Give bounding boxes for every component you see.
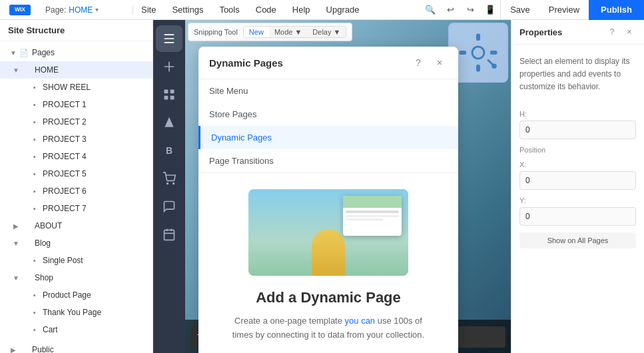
home-toggle[interactable]: ▼ <box>11 67 21 74</box>
properties-fields: H: 0 Position X: 0 Y: 0 Show <box>511 105 644 260</box>
project-4-label: PROJECT 4 <box>43 152 87 161</box>
dialog-container: Dynamic Pages ? × Site Menu Store Pages … <box>198 47 458 353</box>
prop-show-on-all-pages[interactable]: Show on All Pages <box>519 232 636 248</box>
redo-button[interactable]: ↪ <box>460 0 480 20</box>
tree-item-project-3[interactable]: ▪ PROJECT 3 <box>0 131 153 148</box>
show-on-all-pages-label: Show on All Pages <box>547 236 609 244</box>
sidebar-btn-blog[interactable]: B <box>156 137 182 164</box>
snipping-tabs: New Mode ▼ Delay ▼ <box>243 26 347 38</box>
wix-logo: WIX <box>0 4 40 16</box>
project-3-label: PROJECT 3 <box>43 135 87 144</box>
nav-site-menu[interactable]: Site Menu <box>198 79 458 103</box>
mobile-button[interactable]: 📱 <box>480 0 500 20</box>
tree-item-project-1[interactable]: ▪ PROJECT 1 <box>0 96 153 113</box>
properties-panel: Properties ? × Select an element to disp… <box>511 20 644 353</box>
prop-field-y: Y: 0 <box>519 196 636 226</box>
tree-item-project-2[interactable]: ▪ PROJECT 2 <box>0 113 153 131</box>
chevron-down-icon[interactable]: ▾ <box>95 6 99 13</box>
project-2-label: PROJECT 2 <box>43 117 87 127</box>
project-1-label: PROJECT 1 <box>43 100 87 109</box>
tree-item-cart[interactable]: ▪ Cart <box>0 321 153 338</box>
svg-rect-16 <box>476 34 480 41</box>
sidebar-btn-chat[interactable] <box>156 193 182 220</box>
snipping-tab-new[interactable]: New <box>244 27 269 37</box>
project-5-label: PROJECT 5 <box>43 169 87 178</box>
pages-toggle[interactable]: ▼ <box>8 49 19 57</box>
tree-item-show-reel[interactable]: ▪ SHOW REEL <box>0 79 153 96</box>
svg-rect-8 <box>170 96 174 100</box>
sidebar-btn-calendar[interactable] <box>156 221 182 248</box>
topbar: WIX Page: HOME ▾ Site Settings Tools Cod… <box>0 0 644 20</box>
topbar-nav: Site Settings Tools Code Help Upgrade <box>133 0 420 20</box>
tree-item-single-post[interactable]: ▪ Single Post <box>0 252 153 269</box>
undo-button[interactable]: ↩ <box>440 0 460 20</box>
h-value-text: 0 <box>525 125 530 135</box>
dialog-header-actions: ? × <box>410 55 448 71</box>
y-value[interactable]: 0 <box>519 207 636 226</box>
sidebar-btn-shop[interactable] <box>156 165 182 192</box>
svg-rect-2 <box>164 34 174 35</box>
tree-item-project-4[interactable]: ▪ PROJECT 4 <box>0 148 153 165</box>
nav-upgrade[interactable]: Upgrade <box>318 0 368 20</box>
product-page-label: Product Page <box>43 290 91 300</box>
description-link[interactable]: you can <box>345 316 376 326</box>
properties-close-button[interactable]: × <box>623 25 636 39</box>
nav-settings[interactable]: Settings <box>164 0 211 20</box>
single-post-label: Single Post <box>43 256 83 265</box>
nav-tools[interactable]: Tools <box>211 0 247 20</box>
canvas-area: m o r e f 🐦 P 📷 The creator of Firefox i… <box>185 20 511 353</box>
properties-help-button[interactable]: ? <box>605 25 619 39</box>
dialog-help-button[interactable]: ? <box>410 55 426 71</box>
preview-button[interactable]: Preview <box>539 0 589 20</box>
y-label: Y: <box>519 196 636 204</box>
nav-page-transitions[interactable]: Page Transitions <box>198 149 458 173</box>
h-label: H: <box>519 110 636 118</box>
page-label: Page: <box>45 5 66 15</box>
snipping-tab-delay[interactable]: Delay ▼ <box>307 27 346 37</box>
dialog-main-title: Add a Dynamic Page <box>256 289 401 306</box>
tree-item-product-page[interactable]: ▪ Product Page <box>0 286 153 304</box>
tree-item-home[interactable]: ▼ HOME <box>0 61 153 79</box>
svg-point-10 <box>173 183 174 184</box>
tree-item-blog[interactable]: ▼ Blog <box>0 234 153 252</box>
current-page-name[interactable]: HOME <box>69 5 93 15</box>
dialog-description-text: Create a one-page template you can use 1… <box>232 316 424 340</box>
blog-label: Blog <box>35 238 51 248</box>
topbar-right: 🔍 ↩ ↪ 📱 Save Preview Publish <box>420 0 644 20</box>
svg-rect-18 <box>460 51 467 55</box>
x-value[interactable]: 0 <box>519 171 636 190</box>
save-button[interactable]: Save <box>500 0 539 20</box>
tree-item-about[interactable]: ▶ ABOUT <box>0 217 153 234</box>
nav-help[interactable]: Help <box>284 0 318 20</box>
cart-label: Cart <box>43 325 58 334</box>
h-value[interactable]: 0 <box>519 121 636 139</box>
nav-dynamic-pages[interactable]: Dynamic Pages <box>198 126 458 149</box>
pages-label[interactable]: Pages <box>32 48 55 57</box>
nav-site[interactable]: Site <box>133 0 164 20</box>
dynamic-pages-dialog: Dynamic Pages ? × Site Menu Store Pages … <box>198 47 458 353</box>
shop-label: Shop <box>35 273 53 282</box>
tree-item-thank-you-page[interactable]: ▪ Thank You Page <box>0 304 153 321</box>
nav-store-pages[interactable]: Store Pages <box>198 103 458 126</box>
tree-item-project-7[interactable]: ▪ PROJECT 7 <box>0 200 153 217</box>
tree-item-shop[interactable]: ▼ Shop <box>0 269 153 286</box>
sidebar-btn-add[interactable] <box>156 53 182 80</box>
show-reel-label: SHOW REEL <box>43 83 91 92</box>
nav-code[interactable]: Code <box>248 0 284 20</box>
tree-item-project-6[interactable]: ▪ PROJECT 6 <box>0 182 153 200</box>
site-panel: Site Structure ▼ 📄 Pages ▼ HOME ▪ SHOW R… <box>0 20 153 353</box>
tree-item-project-5[interactable]: ▪ PROJECT 5 <box>0 165 153 182</box>
snipping-title: Snipping Tool <box>194 28 238 36</box>
dialog-close-button[interactable]: × <box>432 55 448 71</box>
tree-item-public[interactable]: ▶ Public <box>0 341 153 353</box>
svg-rect-6 <box>170 90 174 94</box>
dialog-title: Dynamic Pages <box>209 57 283 69</box>
publish-button[interactable]: Publish <box>589 0 644 20</box>
search-button[interactable]: 🔍 <box>420 0 440 20</box>
sidebar-btn-add-apps[interactable] <box>156 81 182 108</box>
y-value-text: 0 <box>525 212 530 221</box>
svg-rect-17 <box>476 65 480 72</box>
sidebar-btn-media[interactable] <box>156 109 182 136</box>
snipping-tab-mode[interactable]: Mode ▼ <box>269 27 307 37</box>
sidebar-btn-pages[interactable] <box>156 25 182 52</box>
